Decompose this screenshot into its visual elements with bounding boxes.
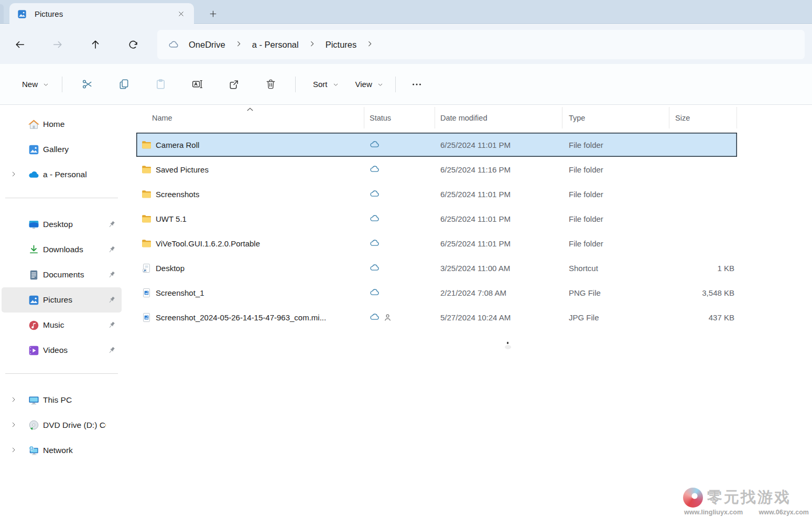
rename-button[interactable] [185, 73, 209, 96]
column-header-date-modified[interactable]: Date modified [435, 107, 562, 128]
gallery-icon [28, 144, 40, 156]
breadcrumb-item-pictures[interactable]: Pictures [322, 38, 360, 51]
expand-chevron-icon[interactable] [10, 170, 18, 179]
date-modified: 6/25/2024 11:16 PM [440, 165, 511, 174]
new-tab-button[interactable] [204, 6, 222, 21]
file-row-screenshots[interactable]: Screenshots6/25/2024 11:01 PMFile folder [136, 182, 737, 206]
folder-icon [141, 139, 152, 150]
copy-button[interactable] [112, 73, 136, 96]
view-button[interactable]: View [344, 73, 389, 96]
status-cell [364, 157, 435, 181]
file-name: UWT 5.1 [156, 214, 187, 223]
type-cell: File folder [562, 133, 669, 157]
up-button[interactable] [84, 33, 107, 56]
type-cell: File folder [562, 231, 669, 255]
expand-chevron-icon[interactable] [10, 446, 18, 455]
sidebar-item-label: Documents [43, 270, 106, 279]
file-row-screenshot-2024-05-26-14-15-47-963-com-mi[interactable]: Screenshot_2024-05-26-14-15-47-963_com.m… [136, 305, 737, 329]
sidebar-item-desktop[interactable]: Desktop [2, 212, 122, 237]
tab-pictures[interactable]: Pictures [9, 3, 194, 25]
new-button[interactable]: New [10, 73, 56, 96]
refresh-button[interactable] [122, 33, 145, 56]
share-button[interactable] [222, 73, 246, 96]
cloud-status-icon [369, 238, 381, 249]
breadcrumb-item-onedrive[interactable]: OneDrive [186, 38, 229, 51]
sidebar-item-dvd-drive-d-ccc[interactable]: DVD Drive (D:) CCC [2, 413, 122, 438]
see-more-button[interactable] [405, 73, 428, 96]
sidebar-item-gallery[interactable]: Gallery [2, 137, 122, 162]
column-header-type[interactable]: Type [562, 107, 669, 128]
pin-icon [106, 295, 116, 305]
breadcrumb-chevron-icon[interactable] [235, 40, 243, 48]
dvd-icon [28, 419, 40, 432]
sidebar-item-videos[interactable]: Videos [2, 338, 122, 363]
shortcut-icon [141, 263, 152, 274]
sort-button[interactable]: Sort [302, 73, 344, 96]
date-modified: 6/25/2024 11:01 PM [440, 190, 511, 199]
file-type: File folder [569, 190, 603, 199]
address-bar[interactable]: OneDrivea - PersonalPictures [157, 30, 805, 59]
expand-chevron-icon[interactable] [10, 421, 18, 429]
sidebar-item-label: Home [43, 120, 106, 129]
shared-person-icon [383, 313, 393, 322]
paste-button-disabled[interactable] [148, 73, 172, 96]
folder-icon [141, 164, 152, 175]
file-row-camera-roll[interactable]: Camera Roll6/25/2024 11:01 PMFile folder [136, 133, 737, 157]
column-header-label: Type [569, 114, 585, 122]
sidebar-item-home[interactable]: Home [2, 112, 122, 137]
file-row-desktop[interactable]: Desktop3/25/2024 11:00 AMShortcut1 KB [136, 256, 737, 280]
expand-chevron-icon[interactable] [10, 396, 18, 404]
date-modified-cell: 6/25/2024 11:01 PM [435, 133, 562, 157]
toolbar-separator [295, 77, 296, 92]
watermark-url-right: www.06zyx.com [759, 509, 809, 516]
breadcrumb-chevron-icon[interactable] [366, 40, 374, 48]
sidebar-item-documents[interactable]: Documents [2, 262, 122, 287]
column-header-size[interactable]: Size [669, 107, 737, 128]
pictures-icon [28, 294, 40, 306]
date-modified: 6/25/2024 11:01 PM [440, 239, 511, 248]
breadcrumb-chevron-icon[interactable] [308, 40, 316, 48]
size-cell [669, 231, 737, 255]
column-header-name[interactable]: Name [136, 107, 364, 128]
explorer-body: HomeGallerya - PersonalDesktopDownloadsD… [0, 105, 812, 517]
forward-button[interactable] [46, 33, 69, 56]
breadcrumb-item-a-personal[interactable]: a - Personal [249, 38, 302, 51]
column-header-status[interactable]: Status [364, 107, 435, 128]
sidebar: HomeGallerya - PersonalDesktopDownloadsD… [0, 105, 123, 517]
toolbar-separator [62, 77, 62, 92]
pin-icon [106, 346, 116, 356]
tab-close-icon[interactable] [174, 7, 188, 21]
date-modified-cell: 2/21/2024 7:08 AM [435, 281, 562, 305]
sidebar-item-downloads[interactable]: Downloads [2, 237, 122, 262]
status-cell [364, 305, 435, 329]
thispc-icon [28, 394, 40, 406]
sidebar-item-network[interactable]: Network [2, 438, 122, 463]
file-type: File folder [569, 239, 603, 248]
size-cell [669, 157, 737, 181]
file-row-screenshot-1[interactable]: Screenshot_12/21/2024 7:08 AMPNG File3,5… [136, 281, 737, 305]
pin-icon [106, 245, 116, 255]
sidebar-item-music[interactable]: Music [2, 313, 122, 338]
sidebar-item-a-personal[interactable]: a - Personal [2, 162, 122, 187]
delete-button[interactable] [258, 73, 283, 96]
file-row-vivetool-gui-1-6-2-0-portable[interactable]: ViVeTool.GUI.1.6.2.0.Portable6/25/2024 1… [136, 231, 737, 255]
status-cell [364, 281, 435, 305]
breadcrumb: OneDrivea - PersonalPictures [186, 40, 380, 50]
toolbar-separator [395, 77, 396, 92]
file-name-cell: ViVeTool.GUI.1.6.2.0.Portable [136, 231, 364, 255]
sidebar-item-pictures[interactable]: Pictures [2, 287, 122, 313]
type-cell: File folder [562, 207, 669, 231]
cloud-status-icon [369, 139, 381, 150]
sidebar-item-label: Videos [43, 346, 106, 355]
cut-button[interactable] [75, 73, 99, 96]
file-row-saved-pictures[interactable]: Saved Pictures6/25/2024 11:16 PMFile fol… [136, 157, 737, 181]
size-cell [669, 182, 737, 206]
file-type: Shortcut [569, 264, 598, 273]
stray-dot [507, 342, 508, 344]
back-button[interactable] [8, 33, 31, 56]
file-row-uwt-5-1[interactable]: UWT 5.16/25/2024 11:01 PMFile folder [136, 207, 737, 231]
sidebar-item-label: Downloads [43, 245, 106, 254]
sidebar-item-this-pc[interactable]: This PC [2, 387, 122, 413]
cloud-status-icon [369, 213, 381, 224]
date-modified: 3/25/2024 11:00 AM [440, 264, 510, 273]
